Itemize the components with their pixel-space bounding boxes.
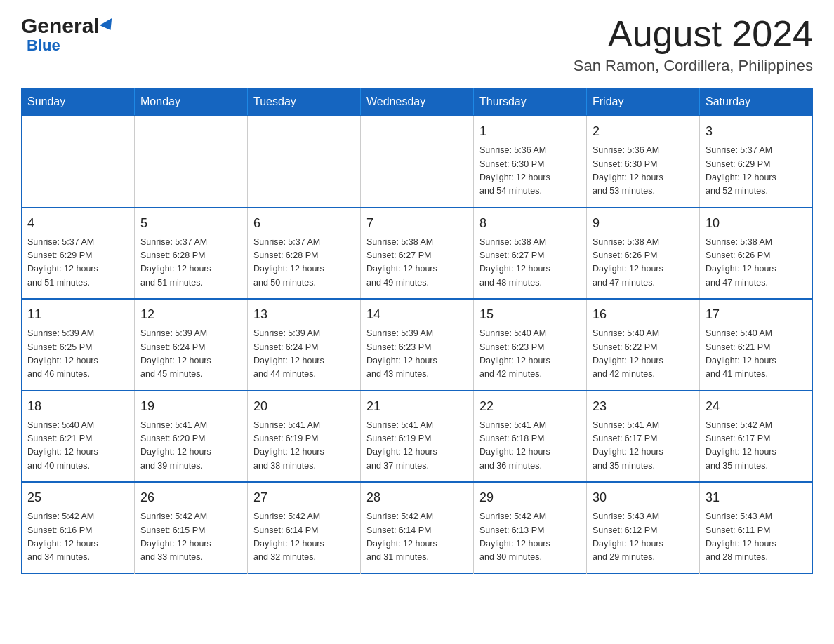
day-info: Sunrise: 5:37 AMSunset: 6:29 PMDaylight:… (706, 144, 807, 199)
week-row-3: 11Sunrise: 5:39 AMSunset: 6:25 PMDayligh… (22, 299, 813, 391)
calendar-cell: 22Sunrise: 5:41 AMSunset: 6:18 PMDayligh… (474, 391, 587, 483)
calendar-cell: 13Sunrise: 5:39 AMSunset: 6:24 PMDayligh… (248, 299, 361, 391)
calendar-cell: 26Sunrise: 5:42 AMSunset: 6:15 PMDayligh… (135, 482, 248, 573)
day-info: Sunrise: 5:40 AMSunset: 6:21 PMDaylight:… (706, 327, 807, 382)
calendar-cell (361, 116, 474, 208)
day-info: Sunrise: 5:37 AMSunset: 6:28 PMDaylight:… (140, 236, 241, 290)
day-number: 15 (479, 305, 581, 324)
calendar-cell: 7Sunrise: 5:38 AMSunset: 6:27 PMDaylight… (361, 208, 474, 300)
day-number: 17 (706, 305, 807, 324)
calendar-cell: 8Sunrise: 5:38 AMSunset: 6:27 PMDaylight… (474, 208, 587, 300)
day-number: 16 (593, 305, 694, 324)
day-info: Sunrise: 5:42 AMSunset: 6:13 PMDaylight:… (479, 510, 581, 565)
page-header: General Blue August 2024 San Ramon, Cord… (21, 14, 813, 75)
calendar-cell: 29Sunrise: 5:42 AMSunset: 6:13 PMDayligh… (474, 482, 587, 573)
day-number: 28 (366, 488, 468, 507)
calendar-cell (248, 116, 361, 208)
calendar-cell: 9Sunrise: 5:38 AMSunset: 6:26 PMDaylight… (587, 208, 700, 300)
day-number: 20 (253, 397, 355, 416)
calendar-cell: 23Sunrise: 5:41 AMSunset: 6:17 PMDayligh… (587, 391, 700, 483)
weekday-header-friday: Friday (587, 88, 700, 116)
weekday-header-sunday: Sunday (22, 88, 135, 116)
day-number: 9 (593, 214, 694, 233)
day-number: 10 (706, 214, 807, 233)
day-number: 30 (593, 488, 694, 507)
day-info: Sunrise: 5:42 AMSunset: 6:14 PMDaylight:… (253, 510, 355, 565)
day-info: Sunrise: 5:39 AMSunset: 6:23 PMDaylight:… (366, 327, 468, 382)
day-number: 19 (140, 397, 241, 416)
day-info: Sunrise: 5:42 AMSunset: 6:16 PMDaylight:… (27, 510, 128, 565)
day-number: 27 (253, 488, 355, 507)
calendar-cell: 17Sunrise: 5:40 AMSunset: 6:21 PMDayligh… (700, 299, 813, 391)
calendar-cell: 1Sunrise: 5:36 AMSunset: 6:30 PMDaylight… (474, 116, 587, 208)
day-info: Sunrise: 5:42 AMSunset: 6:17 PMDaylight:… (706, 419, 807, 474)
day-info: Sunrise: 5:36 AMSunset: 6:30 PMDaylight:… (479, 144, 581, 199)
calendar-header: SundayMondayTuesdayWednesdayThursdayFrid… (22, 88, 813, 116)
day-info: Sunrise: 5:41 AMSunset: 6:19 PMDaylight:… (366, 419, 468, 474)
day-info: Sunrise: 5:42 AMSunset: 6:15 PMDaylight:… (140, 510, 241, 565)
calendar-body: 1Sunrise: 5:36 AMSunset: 6:30 PMDaylight… (22, 116, 813, 573)
day-info: Sunrise: 5:38 AMSunset: 6:26 PMDaylight:… (706, 236, 807, 290)
calendar-cell: 11Sunrise: 5:39 AMSunset: 6:25 PMDayligh… (22, 299, 135, 391)
calendar-cell: 14Sunrise: 5:39 AMSunset: 6:23 PMDayligh… (361, 299, 474, 391)
day-number: 13 (253, 305, 355, 324)
calendar-cell: 2Sunrise: 5:36 AMSunset: 6:30 PMDaylight… (587, 116, 700, 208)
calendar-cell: 18Sunrise: 5:40 AMSunset: 6:21 PMDayligh… (22, 391, 135, 483)
day-info: Sunrise: 5:38 AMSunset: 6:27 PMDaylight:… (479, 236, 581, 290)
calendar-cell: 19Sunrise: 5:41 AMSunset: 6:20 PMDayligh… (135, 391, 248, 483)
calendar-cell: 20Sunrise: 5:41 AMSunset: 6:19 PMDayligh… (248, 391, 361, 483)
calendar-cell: 10Sunrise: 5:38 AMSunset: 6:26 PMDayligh… (700, 208, 813, 300)
day-number: 6 (253, 214, 355, 233)
day-info: Sunrise: 5:43 AMSunset: 6:11 PMDaylight:… (706, 510, 807, 565)
day-info: Sunrise: 5:36 AMSunset: 6:30 PMDaylight:… (593, 144, 694, 199)
day-number: 23 (593, 397, 694, 416)
calendar-cell: 25Sunrise: 5:42 AMSunset: 6:16 PMDayligh… (22, 482, 135, 573)
day-number: 7 (366, 214, 468, 233)
calendar-cell: 28Sunrise: 5:42 AMSunset: 6:14 PMDayligh… (361, 482, 474, 573)
day-number: 5 (140, 214, 241, 233)
calendar-cell (22, 116, 135, 208)
day-info: Sunrise: 5:40 AMSunset: 6:22 PMDaylight:… (593, 327, 694, 382)
weekday-header-saturday: Saturday (700, 88, 813, 116)
weekday-header-thursday: Thursday (474, 88, 587, 116)
day-info: Sunrise: 5:41 AMSunset: 6:18 PMDaylight:… (479, 419, 581, 474)
calendar-cell: 30Sunrise: 5:43 AMSunset: 6:12 PMDayligh… (587, 482, 700, 573)
weekday-header-wednesday: Wednesday (361, 88, 474, 116)
day-number: 31 (706, 488, 807, 507)
calendar-subtitle: San Ramon, Cordillera, Philippines (574, 57, 813, 75)
calendar-cell: 15Sunrise: 5:40 AMSunset: 6:23 PMDayligh… (474, 299, 587, 391)
calendar-cell: 21Sunrise: 5:41 AMSunset: 6:19 PMDayligh… (361, 391, 474, 483)
day-info: Sunrise: 5:40 AMSunset: 6:21 PMDaylight:… (27, 419, 128, 474)
week-row-5: 25Sunrise: 5:42 AMSunset: 6:16 PMDayligh… (22, 482, 813, 573)
day-number: 21 (366, 397, 468, 416)
day-number: 14 (366, 305, 468, 324)
calendar-cell: 27Sunrise: 5:42 AMSunset: 6:14 PMDayligh… (248, 482, 361, 573)
weekday-header-tuesday: Tuesday (248, 88, 361, 116)
title-area: August 2024 San Ramon, Cordillera, Phili… (574, 14, 813, 75)
day-number: 26 (140, 488, 241, 507)
day-info: Sunrise: 5:41 AMSunset: 6:20 PMDaylight:… (140, 419, 241, 474)
day-number: 22 (479, 397, 581, 416)
calendar-cell: 6Sunrise: 5:37 AMSunset: 6:28 PMDaylight… (248, 208, 361, 300)
day-info: Sunrise: 5:41 AMSunset: 6:19 PMDaylight:… (253, 419, 355, 474)
weekday-header-monday: Monday (135, 88, 248, 116)
calendar-cell: 16Sunrise: 5:40 AMSunset: 6:22 PMDayligh… (587, 299, 700, 391)
calendar-cell: 24Sunrise: 5:42 AMSunset: 6:17 PMDayligh… (700, 391, 813, 483)
day-info: Sunrise: 5:38 AMSunset: 6:26 PMDaylight:… (593, 236, 694, 290)
calendar-cell: 5Sunrise: 5:37 AMSunset: 6:28 PMDaylight… (135, 208, 248, 300)
day-number: 12 (140, 305, 241, 324)
week-row-4: 18Sunrise: 5:40 AMSunset: 6:21 PMDayligh… (22, 391, 813, 483)
calendar-cell: 4Sunrise: 5:37 AMSunset: 6:29 PMDaylight… (22, 208, 135, 300)
logo: General Blue (21, 14, 115, 55)
day-number: 4 (27, 214, 128, 233)
day-info: Sunrise: 5:39 AMSunset: 6:24 PMDaylight:… (140, 327, 241, 382)
logo-general-text: General (21, 14, 115, 38)
day-info: Sunrise: 5:39 AMSunset: 6:25 PMDaylight:… (27, 327, 128, 382)
day-info: Sunrise: 5:43 AMSunset: 6:12 PMDaylight:… (593, 510, 694, 565)
day-number: 25 (27, 488, 128, 507)
weekday-header-row: SundayMondayTuesdayWednesdayThursdayFrid… (22, 88, 813, 116)
day-number: 2 (593, 122, 694, 141)
day-info: Sunrise: 5:37 AMSunset: 6:28 PMDaylight:… (253, 236, 355, 290)
week-row-2: 4Sunrise: 5:37 AMSunset: 6:29 PMDaylight… (22, 208, 813, 300)
logo-blue: Blue (27, 36, 60, 55)
